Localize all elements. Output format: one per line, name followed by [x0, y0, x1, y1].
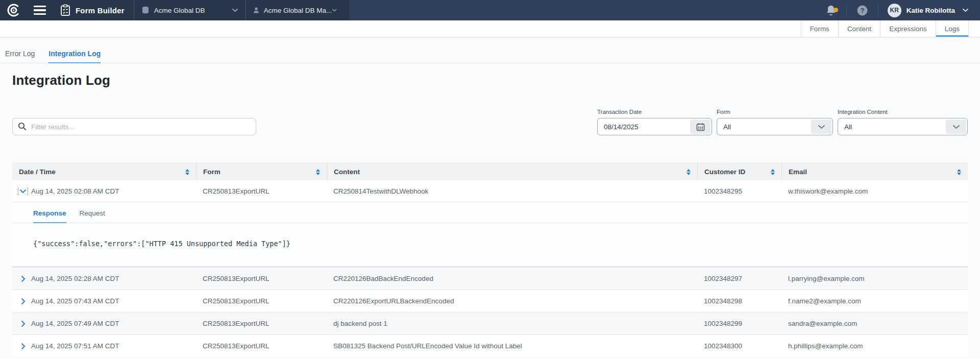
svg-text:?: ? [860, 7, 864, 14]
cell-date-time: Aug 14, 2025 07:51 AM CDT [12, 342, 196, 350]
column-header-form[interactable]: Form [196, 163, 327, 180]
person-icon [253, 6, 259, 14]
filters-right: Transaction Date 08/14/2025 [597, 109, 968, 135]
user-menu[interactable]: KR Katie Robilotta [888, 4, 969, 17]
cell-date-time: Aug 14, 2025 02:08 AM CDT [12, 187, 196, 195]
tab-integration-log[interactable]: Integration Log [48, 50, 101, 63]
cell-email: h.phillips@example.com [781, 342, 968, 350]
expand-row-button[interactable] [19, 342, 27, 350]
sort-icon[interactable] [687, 169, 691, 175]
table-row[interactable]: Aug 14, 2025 02:28 AM CDT CR250813Export… [12, 267, 968, 290]
cell-form: CR250813ExportURL [196, 275, 327, 282]
response-body: {"success":false,"errors":["HTTP 415 Uns… [12, 223, 968, 248]
cell-customer-id: 1002348297 [697, 275, 781, 282]
tab-logs-label: Logs [945, 25, 960, 33]
calendar-icon [696, 123, 705, 131]
integration-content-label: Integration Content [838, 109, 968, 115]
tab-forms-label: Forms [810, 25, 829, 33]
tab-logs[interactable]: Logs [936, 20, 969, 37]
form-filter-group: Form All [717, 109, 833, 135]
cell-form: CR250813ExportURL [196, 297, 327, 305]
integration-log-table: Date / Time Form Content Customer ID Ema… [12, 163, 968, 357]
integration-content-select[interactable]: All [838, 118, 968, 135]
tab-response-label: Response [33, 209, 66, 217]
date-time-value: Aug 14, 2025 07:49 AM CDT [31, 320, 119, 327]
cell-email: l.parrying@example.com [781, 275, 968, 282]
app-header: Form Builder [60, 4, 125, 16]
search-icon [18, 122, 27, 131]
column-header-email[interactable]: Email [781, 163, 968, 180]
sort-icon[interactable] [185, 169, 189, 175]
avatar-initials: KR [890, 7, 899, 14]
chevron-down-icon [19, 189, 27, 194]
avatar: KR [888, 4, 901, 17]
calendar-button[interactable] [690, 119, 710, 134]
collapse-row-button[interactable] [19, 187, 27, 195]
table-row[interactable]: Aug 14, 2025 07:51 AM CDT CR250813Export… [12, 334, 968, 357]
notification-badge [834, 8, 838, 12]
sort-icon[interactable] [771, 169, 775, 175]
clipboard-icon [60, 4, 70, 16]
cell-email: f.name2@example.com [781, 297, 968, 305]
tab-error-log-label: Error Log [5, 50, 35, 58]
chevron-right-icon [21, 343, 26, 350]
chevron-down-icon [332, 8, 337, 12]
table-row[interactable]: Aug 14, 2025 02:08 AM CDT CR250813Export… [12, 180, 968, 202]
top-bar-right: ? KR Katie Robilotta [349, 0, 980, 20]
chevron-right-icon [21, 275, 26, 282]
app-title: Form Builder [76, 6, 125, 15]
transaction-date-input[interactable]: 08/14/2025 [597, 118, 712, 135]
tab-expressions[interactable]: Expressions [880, 20, 936, 37]
log-tab-bar: Error Log Integration Log [0, 50, 980, 63]
cell-content: CR220126ExportURLBackendEncoded [327, 297, 697, 305]
notifications-button[interactable] [816, 5, 846, 16]
integration-content-chevron-button[interactable] [946, 119, 966, 134]
cell-email: w.thiswork@example.com [781, 187, 968, 195]
tab-request-label: Request [80, 209, 105, 217]
expand-row-button[interactable] [19, 297, 27, 305]
cell-date-time: Aug 14, 2025 07:43 AM CDT [12, 297, 196, 305]
database-icon [141, 6, 150, 15]
map-dropdown[interactable]: Acme Global DB Ma... [246, 0, 345, 20]
form-filter-chevron-button[interactable] [811, 119, 831, 134]
cell-content: CR250814TestwithDLWebhook [327, 187, 697, 195]
date-time-value: Aug 14, 2025 07:43 AM CDT [31, 297, 119, 305]
cell-customer-id: 1002348295 [697, 187, 781, 195]
sort-icon[interactable] [957, 169, 961, 175]
tab-content[interactable]: Content [838, 20, 880, 37]
tab-request[interactable]: Request [80, 209, 105, 223]
expand-row-button[interactable] [19, 275, 27, 283]
expand-row-button[interactable] [19, 320, 27, 328]
chevron-down-icon [952, 125, 960, 129]
tab-error-log[interactable]: Error Log [5, 50, 35, 63]
chevron-down-icon [232, 8, 238, 12]
filter-results-input[interactable] [12, 118, 256, 135]
column-header-label: Date / Time [19, 168, 56, 176]
table-row[interactable]: Aug 14, 2025 07:49 AM CDT CR250813Export… [12, 312, 968, 334]
transaction-date-group: Transaction Date 08/14/2025 [597, 109, 712, 135]
help-button[interactable]: ? [847, 5, 878, 16]
cell-form: CR250813ExportURL [196, 342, 327, 350]
form-filter-select[interactable]: All [717, 118, 833, 135]
filter-row: Transaction Date 08/14/2025 [12, 109, 968, 135]
tab-response[interactable]: Response [33, 209, 66, 223]
tab-forms[interactable]: Forms [801, 20, 838, 37]
table-row[interactable]: Aug 14, 2025 07:43 AM CDT CR250813Export… [12, 290, 968, 312]
column-header-customer-id[interactable]: Customer ID [697, 163, 781, 180]
chevron-down-icon [818, 125, 825, 129]
date-time-value: Aug 14, 2025 02:28 AM CDT [31, 275, 119, 282]
column-header-content[interactable]: Content [327, 163, 697, 180]
app-logo-icon[interactable] [6, 3, 21, 18]
form-filter-label: Form [717, 109, 833, 115]
cell-form: CR250813ExportURL [196, 320, 327, 327]
cell-content: dj backend post 1 [327, 320, 697, 327]
column-header-date-time[interactable]: Date / Time [12, 163, 196, 180]
cell-date-time: Aug 14, 2025 02:28 AM CDT [12, 275, 196, 283]
cell-customer-id: 1002348300 [697, 342, 781, 350]
top-bar-left: Form Builder Acme Global DB Acme Global … [0, 0, 349, 20]
hamburger-menu-icon[interactable] [34, 6, 46, 15]
database-dropdown[interactable]: Acme Global DB [134, 0, 246, 20]
row-detail-panel: Response Request {"success":false,"error… [12, 202, 968, 267]
sort-icon[interactable] [316, 169, 320, 175]
page-title: Integration Log [12, 73, 980, 88]
